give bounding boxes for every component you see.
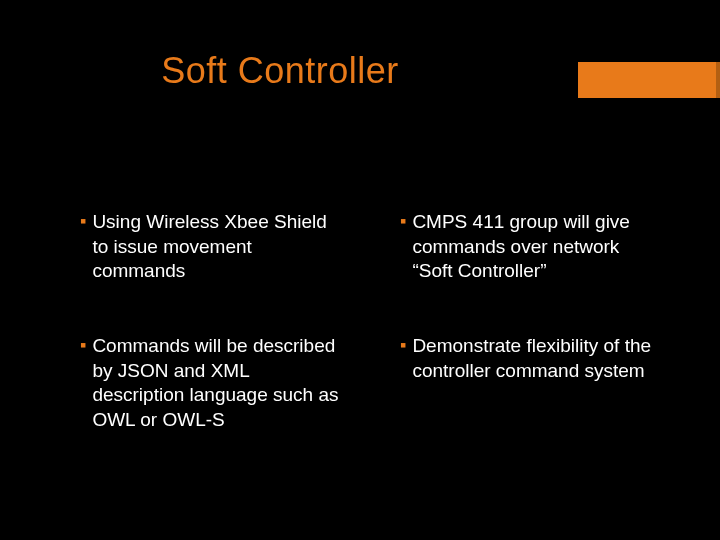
bullet-text: CMPS 411 group will give commands over n… (412, 210, 660, 284)
bullet-icon: ▪ (400, 334, 406, 357)
bullet-text: Commands will be described by JSON and X… (92, 334, 340, 433)
accent-decoration (578, 62, 720, 98)
content-grid: ▪ Using Wireless Xbee Shield to issue mo… (80, 210, 660, 433)
bullet-text: Using Wireless Xbee Shield to issue move… (92, 210, 340, 284)
bullet-item: ▪ Demonstrate flexibility of the control… (400, 334, 660, 433)
bullet-icon: ▪ (80, 334, 86, 357)
bullet-icon: ▪ (80, 210, 86, 233)
bullet-item: ▪ CMPS 411 group will give commands over… (400, 210, 660, 284)
bullet-icon: ▪ (400, 210, 406, 233)
bullet-item: ▪ Using Wireless Xbee Shield to issue mo… (80, 210, 340, 284)
slide-title: Soft Controller (0, 50, 560, 92)
bullet-text: Demonstrate flexibility of the controlle… (412, 334, 660, 383)
bullet-item: ▪ Commands will be described by JSON and… (80, 334, 340, 433)
